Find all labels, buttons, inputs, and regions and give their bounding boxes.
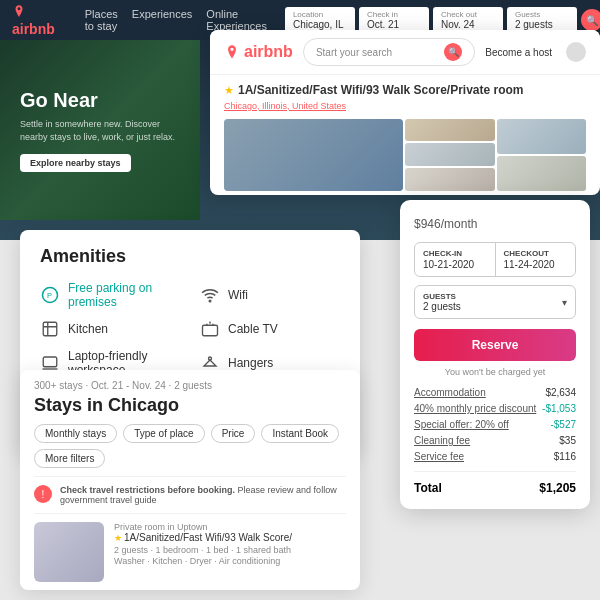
listing-location[interactable]: Chicago, Illinois, United States: [224, 101, 586, 111]
bg-nav-experiences[interactable]: Experiences: [132, 8, 193, 32]
booking-note: You won't be charged yet: [414, 367, 576, 377]
amenity-kitchen: Kitchen: [40, 319, 180, 339]
breakdown-service-fee: Service fee $116: [414, 451, 576, 462]
stays-warning-text: Check travel restrictions before booking…: [60, 485, 346, 505]
listing-become-host[interactable]: Become a host: [485, 47, 552, 58]
wifi-icon: [200, 285, 220, 305]
bg-search-button[interactable]: 🔍: [581, 9, 600, 31]
stays-warning-bar: ! Check travel restrictions before booki…: [34, 476, 346, 513]
listing-logo-text: airbnb: [244, 43, 293, 61]
stays-meta: 300+ stays · Oct. 21 - Nov. 24 · 2 guest…: [34, 380, 346, 391]
breakdown-monthly-val: -$1,053: [542, 403, 576, 414]
filter-price[interactable]: Price: [211, 424, 256, 443]
stays-panel: 300+ stays · Oct. 21 - Nov. 24 · 2 guest…: [20, 370, 360, 590]
booking-guests-val: 2 guests: [423, 301, 461, 312]
filter-more[interactable]: More filters: [34, 449, 105, 468]
amenity-cable-tv: Cable TV: [200, 319, 340, 339]
breakdown-total: Total $1,205: [414, 481, 576, 495]
amenity-cable-tv-label: Cable TV: [228, 322, 278, 336]
booking-dates-row: CHECK-IN 10-21-2020 CHECKOUT 11-24-2020: [415, 243, 575, 276]
listing-avatar[interactable]: [566, 42, 586, 62]
bg-airbnb-logo: airbnb: [12, 4, 55, 37]
bg-hero-description: Settle in somewhere new. Discover nearby…: [20, 118, 180, 143]
stays-listing-item[interactable]: Private room in Uptown ★ 1A/Sanitized/Fa…: [34, 513, 346, 590]
amenity-wifi: Wifi: [200, 281, 340, 309]
listing-side-images: [405, 119, 495, 191]
bg-nav-places[interactable]: Places to stay: [85, 8, 118, 32]
breakdown-service-label: Service fee: [414, 451, 464, 462]
bg-navigation: Places to stay Experiences Online Experi…: [85, 8, 267, 32]
listing-image-5: [497, 156, 587, 191]
breakdown-special-label: Special offer: 20% off: [414, 419, 509, 430]
stays-warning-title: Check travel restrictions before booking…: [60, 485, 235, 495]
booking-checkout-val: 11-24-2020: [504, 259, 568, 270]
listing-images: [210, 115, 600, 195]
listing-title-area: ★ 1A/Sanitized/Fast Wifi/93 Walk Score/P…: [210, 75, 600, 115]
breakdown-monthly-label: 40% monthly price discount: [414, 403, 536, 414]
booking-dates: CHECK-IN 10-21-2020 CHECKOUT 11-24-2020: [414, 242, 576, 277]
listing-title: 1A/Sanitized/Fast Wifi/93 Walk Score/Pri…: [238, 83, 524, 99]
listing-star-icon: ★: [224, 84, 234, 97]
stays-listing-title-text: 1A/Sanitized/Fast Wifi/93 Walk Score/: [124, 532, 292, 543]
breakdown-service-val: $116: [554, 451, 576, 462]
filter-monthly[interactable]: Monthly stays: [34, 424, 117, 443]
booking-checkout-label: CHECKOUT: [504, 249, 568, 258]
booking-checkin-label: CHECK-IN: [423, 249, 487, 258]
breakdown-special-offer: Special offer: 20% off -$527: [414, 419, 576, 430]
chevron-down-icon: ▾: [562, 297, 567, 308]
bg-hero-section: Go Near Settle in somewhere new. Discove…: [0, 40, 200, 220]
breakdown-special-val: -$527: [550, 419, 576, 430]
total-label: Total: [414, 481, 442, 495]
stays-listing-image: [34, 522, 104, 582]
breakdown-monthly-discount: 40% monthly price discount -$1,053: [414, 403, 576, 414]
booking-price-amount: $946: [414, 217, 441, 231]
booking-price-per: /month: [441, 217, 478, 231]
filter-type[interactable]: Type of place: [123, 424, 204, 443]
booking-guests-label: GUESTS: [423, 292, 461, 301]
listing-search-button[interactable]: 🔍: [444, 43, 462, 61]
breakdown-accommodation: Accommodation $2,634: [414, 387, 576, 398]
breakdown-accommodation-val: $2,634: [545, 387, 576, 398]
amenity-free-parking: P Free parking on premises: [40, 281, 180, 309]
listing-search-bar[interactable]: Start your search 🔍: [303, 38, 475, 66]
svg-rect-4: [203, 325, 218, 336]
stays-listing-amenities: Washer · Kitchen · Dryer · Air condition…: [114, 556, 346, 566]
stays-listing-info: Private room in Uptown ★ 1A/Sanitized/Fa…: [114, 522, 346, 582]
reserve-button[interactable]: Reserve: [414, 329, 576, 361]
amenities-title: Amenities: [40, 246, 340, 267]
stays-filters: Monthly stays Type of place Price Instan…: [34, 424, 346, 468]
booking-price: $946/month: [414, 214, 576, 232]
stays-listing-details: 2 guests · 1 bedroom · 1 bed · 1 shared …: [114, 545, 346, 555]
stays-listing-type: Private room in Uptown: [114, 522, 346, 532]
breakdown-cleaning-fee: Cleaning fee $35: [414, 435, 576, 446]
listing-search-placeholder: Start your search: [316, 47, 392, 58]
amenity-kitchen-label: Kitchen: [68, 322, 108, 336]
booking-guests-field[interactable]: GUESTS 2 guests ▾: [414, 285, 576, 319]
listing-panel: airbnb Start your search 🔍 Become a host…: [210, 30, 600, 195]
svg-rect-5: [43, 357, 57, 367]
parking-icon: P: [40, 285, 60, 305]
listing-star: ★: [114, 533, 122, 543]
breakdown-cleaning-val: $35: [559, 435, 576, 446]
bg-nav-online[interactable]: Online Experiences: [206, 8, 267, 32]
booking-checkin-field[interactable]: CHECK-IN 10-21-2020: [415, 243, 496, 276]
listing-main-image: [224, 119, 403, 191]
booking-panel: $946/month CHECK-IN 10-21-2020 CHECKOUT …: [400, 200, 590, 509]
kitchen-icon: [40, 319, 60, 339]
svg-text:P: P: [47, 291, 52, 300]
booking-breakdown: Accommodation $2,634 40% monthly price d…: [414, 387, 576, 495]
booking-checkout-field[interactable]: CHECKOUT 11-24-2020: [496, 243, 576, 276]
listing-airbnb-logo: airbnb: [224, 43, 293, 61]
booking-checkin-val: 10-21-2020: [423, 259, 487, 270]
total-val: $1,205: [539, 481, 576, 495]
bg-hero-cta[interactable]: Explore nearby stays: [20, 154, 131, 172]
cable-tv-icon: [200, 319, 220, 339]
breakdown-divider: [414, 471, 576, 472]
amenity-wifi-label: Wifi: [228, 288, 248, 302]
breakdown-cleaning-label: Cleaning fee: [414, 435, 470, 446]
filter-instant[interactable]: Instant Book: [261, 424, 339, 443]
warning-icon: !: [34, 485, 52, 503]
amenity-parking-label: Free parking on premises: [68, 281, 180, 309]
listing-image-2: [405, 143, 495, 166]
booking-guests-left: GUESTS 2 guests: [423, 292, 461, 312]
